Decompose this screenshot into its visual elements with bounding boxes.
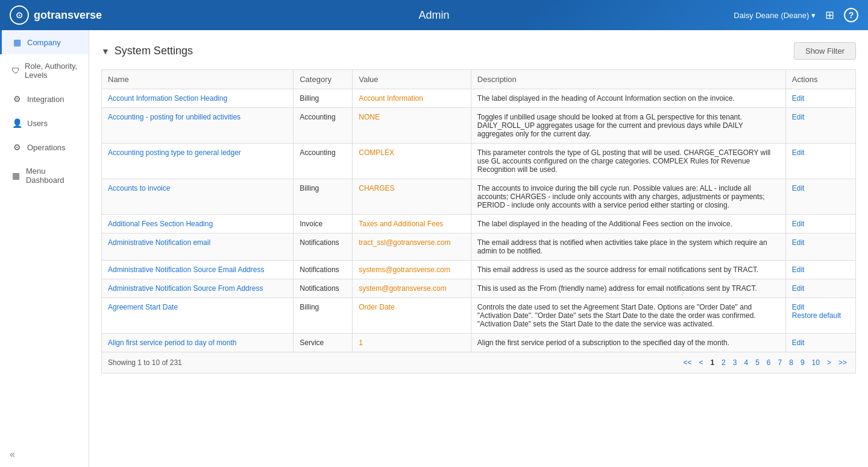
- cell-category: Service: [294, 334, 353, 352]
- section-heading: ▼ System Settings Show Filter: [101, 42, 856, 60]
- cell-description: This parameter controls the type of GL p…: [471, 144, 785, 179]
- user-icon: 👤: [11, 118, 22, 128]
- sidebar-item-label: Users: [27, 119, 48, 128]
- cell-name: Administrative Notification email: [102, 234, 294, 261]
- edit-link[interactable]: Edit: [792, 113, 849, 121]
- page-title: Admin: [418, 9, 449, 22]
- table-row: Administrative Notification emailNotific…: [102, 234, 856, 261]
- cell-category: Invoice: [294, 215, 353, 234]
- pagination-links: <<<12345678910>>>: [681, 357, 849, 368]
- cell-actions: Edit: [785, 261, 855, 279]
- show-filter-button[interactable]: Show Filter: [794, 42, 856, 60]
- name-link[interactable]: Accounts to invoice: [108, 184, 170, 192]
- cell-description: Toggles if unbilled usage should be look…: [471, 108, 785, 144]
- cell-actions: Edit: [785, 108, 855, 144]
- sidebar-item-label: Company: [27, 38, 61, 47]
- help-icon[interactable]: ?: [844, 8, 858, 22]
- cell-actions: Edit: [785, 89, 855, 108]
- sidebar-collapse-button[interactable]: «: [0, 442, 89, 467]
- page-link-5[interactable]: 5: [753, 357, 762, 368]
- edit-link[interactable]: Edit: [792, 238, 849, 247]
- edit-link[interactable]: Edit: [792, 94, 849, 103]
- grid-icon[interactable]: ⊞: [825, 8, 834, 22]
- name-link[interactable]: Accounting - posting for unbilled activi…: [108, 113, 241, 121]
- pagination-first[interactable]: <<: [681, 357, 694, 368]
- cell-actions: Edit: [785, 215, 855, 234]
- cell-category: Accounting: [294, 108, 353, 144]
- cell-name: Accounting - posting for unbilled activi…: [102, 108, 294, 144]
- edit-link[interactable]: Edit: [792, 303, 849, 311]
- restore-default-link[interactable]: Restore default: [792, 311, 849, 320]
- sidebar-item-role-authority-levels[interactable]: 🛡 Role, Authority, Levels: [0, 54, 89, 87]
- page-link-2[interactable]: 2: [719, 357, 728, 368]
- cell-actions: Edit: [785, 144, 855, 179]
- edit-link[interactable]: Edit: [792, 184, 849, 192]
- cell-description: Controls the date used to set the Agreem…: [471, 298, 785, 334]
- name-link[interactable]: Accounting posting type to general ledge…: [108, 148, 241, 157]
- edit-link[interactable]: Edit: [792, 265, 849, 274]
- sidebar-item-integration[interactable]: ⚙ Integration: [0, 87, 89, 111]
- pagination-next[interactable]: >: [825, 357, 834, 368]
- cell-value: CHARGES: [353, 179, 471, 215]
- user-menu[interactable]: Daisy Deane (Deane) ▾: [734, 11, 816, 20]
- page-link-9[interactable]: 9: [798, 357, 807, 368]
- pagination: Showing 1 to 10 of 231 <<<12345678910>>>: [101, 352, 856, 373]
- table-body: Account Information Section HeadingBilli…: [102, 89, 856, 352]
- table-row: Additional Fees Section HeadingInvoiceTa…: [102, 215, 856, 234]
- edit-link[interactable]: Edit: [792, 220, 849, 228]
- sidebar-item-operations[interactable]: ⚙ Operations: [0, 135, 89, 159]
- shield-icon: 🛡: [11, 66, 20, 75]
- cell-actions: EditRestore default: [785, 298, 855, 334]
- operations-icon: ⚙: [11, 142, 22, 152]
- table-row: Accounts to invoiceBillingCHARGESThe acc…: [102, 179, 856, 215]
- sidebar-item-label: Operations: [27, 143, 66, 152]
- cell-category: Billing: [294, 179, 353, 215]
- sidebar-item-menu-dashboard[interactable]: ▦ Menu Dashboard: [0, 159, 89, 192]
- sidebar-item-users[interactable]: 👤 Users: [0, 111, 89, 135]
- name-link[interactable]: Administrative Notification Source Email…: [108, 265, 264, 274]
- page-link-8[interactable]: 8: [787, 357, 796, 368]
- sidebar: ▦ Company 🛡 Role, Authority, Levels ⚙ In…: [0, 30, 89, 467]
- name-link[interactable]: Additional Fees Section Heading: [108, 220, 213, 228]
- logo[interactable]: ⊙ gotransverse: [10, 5, 734, 25]
- page-link-7[interactable]: 7: [776, 357, 785, 368]
- pagination-last[interactable]: >>: [836, 357, 849, 368]
- cell-value: 1: [353, 334, 471, 352]
- sidebar-item-company[interactable]: ▦ Company: [0, 30, 89, 54]
- cell-actions: Edit: [785, 334, 855, 352]
- page-link-10[interactable]: 10: [810, 357, 822, 368]
- cell-description: The label displayed in the heading of th…: [471, 215, 785, 234]
- name-link[interactable]: Agreement Start Date: [108, 303, 178, 311]
- cell-value: Taxes and Additional Fees: [353, 215, 471, 234]
- page-link-4[interactable]: 4: [741, 357, 750, 368]
- page-link-3[interactable]: 3: [731, 357, 740, 368]
- name-link[interactable]: Administrative Notification email: [108, 238, 210, 247]
- cell-actions: Edit: [785, 279, 855, 298]
- page-link-6[interactable]: 6: [764, 357, 773, 368]
- table-header: Name Category Value Description Actions: [102, 70, 856, 89]
- table-row: Accounting posting type to general ledge…: [102, 144, 856, 179]
- cell-name: Accounting posting type to general ledge…: [102, 144, 294, 179]
- table-row: Account Information Section HeadingBilli…: [102, 89, 856, 108]
- edit-link[interactable]: Edit: [792, 148, 849, 157]
- cell-name: Administrative Notification Source From …: [102, 279, 294, 298]
- col-name: Name: [102, 70, 294, 89]
- edit-link[interactable]: Edit: [792, 338, 849, 347]
- cell-value: systems@gotransverse.com: [353, 261, 471, 279]
- pagination-prev[interactable]: <: [696, 357, 705, 368]
- page-link-1[interactable]: 1: [708, 357, 717, 368]
- section-arrow[interactable]: ▼: [101, 46, 110, 56]
- col-actions: Actions: [785, 70, 855, 89]
- name-link[interactable]: Account Information Section Heading: [108, 94, 227, 103]
- cell-value: Order Date: [353, 298, 471, 334]
- cell-actions: Edit: [785, 234, 855, 261]
- cell-value: system@gotransverse.com: [353, 279, 471, 298]
- edit-link[interactable]: Edit: [792, 284, 849, 293]
- name-link[interactable]: Administrative Notification Source From …: [108, 284, 263, 293]
- company-icon: ▦: [11, 37, 22, 47]
- table-row: Agreement Start DateBillingOrder DateCon…: [102, 298, 856, 334]
- cell-value: COMPLEX: [353, 144, 471, 179]
- name-link[interactable]: Align first service period to day of mon…: [108, 338, 236, 347]
- cell-category: Notifications: [294, 234, 353, 261]
- cell-category: Billing: [294, 298, 353, 334]
